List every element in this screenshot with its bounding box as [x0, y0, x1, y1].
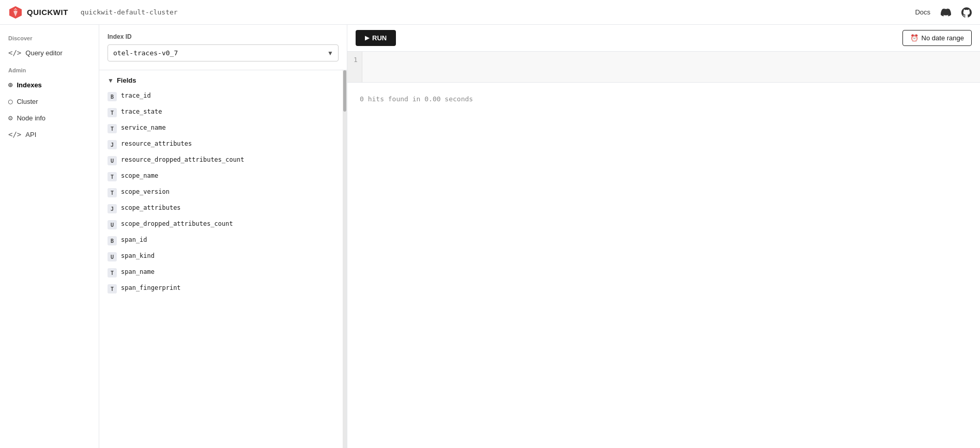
field-item: T scope_version [99, 184, 343, 200]
field-name: scope_name [121, 172, 158, 180]
clock-icon: ⏰ [910, 34, 918, 42]
query-toolbar: ▶ RUN ⏰ No date range [347, 25, 980, 52]
sidebar-item-indexes-label: Indexes [17, 81, 41, 89]
api-code-icon: </> [8, 130, 21, 138]
line-numbers: 1 [347, 52, 362, 82]
sidebar-item-api[interactable]: </> API [0, 126, 99, 143]
fields-section: ▼ Fields B trace_id T trace_state T serv… [99, 70, 343, 448]
field-name: trace_id [121, 91, 151, 100]
field-type-badge: U [108, 156, 117, 165]
field-item: J resource_attributes [99, 136, 343, 152]
middle-panel: Index ID otel-traces-v0_7 ▼ ▼ Fields B t… [99, 25, 347, 448]
sidebar-item-node-info[interactable]: ⚙ Node info [0, 110, 99, 126]
scroll-thumb [343, 70, 346, 112]
field-type-badge: T [108, 284, 117, 293]
fields-list: B trace_id T trace_state T service_name … [99, 88, 343, 297]
play-icon: ▶ [365, 35, 369, 41]
discord-icon[interactable] [941, 7, 951, 18]
date-range-label: No date range [922, 34, 964, 42]
fields-section-label: Fields [117, 76, 136, 84]
field-name: resource_dropped_attributes_count [121, 156, 244, 164]
field-type-badge: T [108, 188, 117, 197]
sidebar-item-indexes[interactable]: ⊕ Indexes [0, 76, 99, 93]
admin-section-label: Admin [0, 65, 99, 76]
field-item: U span_kind [99, 249, 343, 265]
cluster-icon: ◯ [8, 97, 12, 105]
field-type-badge: T [108, 172, 117, 181]
app-logo-text: QUICKWIT [27, 8, 68, 17]
sidebar-item-query-editor-label: Query editor [25, 49, 63, 57]
field-item: T span_fingerprint [99, 281, 343, 297]
run-button-label: RUN [372, 34, 387, 42]
logo-area: QUICKWIT [8, 5, 68, 20]
field-item: J scope_attributes [99, 200, 343, 217]
sidebar-item-cluster-label: Cluster [17, 98, 38, 105]
line-number-1: 1 [354, 56, 358, 64]
field-name: span_kind [121, 252, 155, 260]
github-icon[interactable] [961, 7, 972, 18]
field-type-badge: U [108, 252, 117, 261]
field-name: service_name [121, 123, 166, 132]
date-range-button[interactable]: ⏰ No date range [902, 30, 972, 46]
cluster-name: quickwit-default-cluster [81, 8, 178, 16]
field-name: scope_dropped_attributes_count [121, 220, 233, 228]
index-id-label: Index ID [108, 33, 339, 40]
sidebar-item-cluster[interactable]: ◯ Cluster [0, 93, 99, 110]
discover-section-label: Discover [0, 33, 99, 44]
field-type-badge: T [108, 124, 117, 133]
fields-chevron-icon: ▼ [108, 77, 114, 84]
field-name: scope_version [121, 188, 170, 196]
nav-right: Docs [915, 7, 972, 18]
field-name: span_fingerprint [121, 284, 181, 292]
index-selector-area: Index ID otel-traces-v0_7 ▼ [99, 25, 347, 70]
index-select-wrapper: otel-traces-v0_7 ▼ [108, 44, 339, 61]
right-panel: ▶ RUN ⏰ No date range 1 0 hits found in … [347, 25, 980, 448]
field-item: T service_name [99, 120, 343, 136]
topnav: QUICKWIT quickwit-default-cluster Docs [0, 0, 980, 25]
field-item: B span_id [99, 233, 343, 249]
field-item: T scope_name [99, 168, 343, 184]
code-icon: </> [8, 49, 21, 57]
field-item: B trace_id [99, 88, 343, 104]
results-summary: 0 hits found in 0.00 seconds [360, 95, 968, 103]
field-item: U scope_dropped_attributes_count [99, 217, 343, 233]
index-select[interactable]: otel-traces-v0_7 [108, 44, 339, 61]
field-type-badge: U [108, 220, 117, 229]
query-editor-area: 1 [347, 52, 980, 83]
main-layout: Discover </> Query editor Admin ⊕ Indexe… [0, 25, 980, 448]
fields-header[interactable]: ▼ Fields [99, 70, 343, 88]
field-type-badge: B [108, 236, 117, 245]
results-area: 0 hits found in 0.00 seconds [347, 83, 980, 448]
sidebar-item-api-label: API [25, 131, 36, 138]
field-item: T trace_state [99, 104, 343, 120]
field-type-badge: B [108, 92, 117, 101]
field-type-badge: J [108, 140, 117, 149]
run-button[interactable]: ▶ RUN [356, 30, 396, 46]
field-name: resource_attributes [121, 140, 192, 148]
scroll-indicator[interactable] [343, 70, 347, 448]
database-icon: ⊕ [8, 81, 12, 89]
field-item: T span_name [99, 265, 343, 281]
field-name: trace_state [121, 107, 162, 116]
field-name: span_id [121, 236, 147, 244]
gear-icon: ⚙ [8, 114, 12, 122]
field-name: scope_attributes [121, 204, 181, 212]
sidebar-item-query-editor[interactable]: </> Query editor [0, 44, 99, 61]
sidebar-item-node-info-label: Node info [17, 114, 45, 122]
field-item: U resource_dropped_attributes_count [99, 152, 343, 168]
field-type-badge: T [108, 108, 117, 117]
editor-content[interactable] [362, 52, 980, 82]
field-type-badge: T [108, 268, 117, 277]
quickwit-logo-icon [8, 5, 23, 20]
field-type-badge: J [108, 204, 117, 213]
docs-link[interactable]: Docs [915, 8, 930, 16]
sidebar: Discover </> Query editor Admin ⊕ Indexe… [0, 25, 99, 448]
field-name: span_name [121, 268, 155, 276]
